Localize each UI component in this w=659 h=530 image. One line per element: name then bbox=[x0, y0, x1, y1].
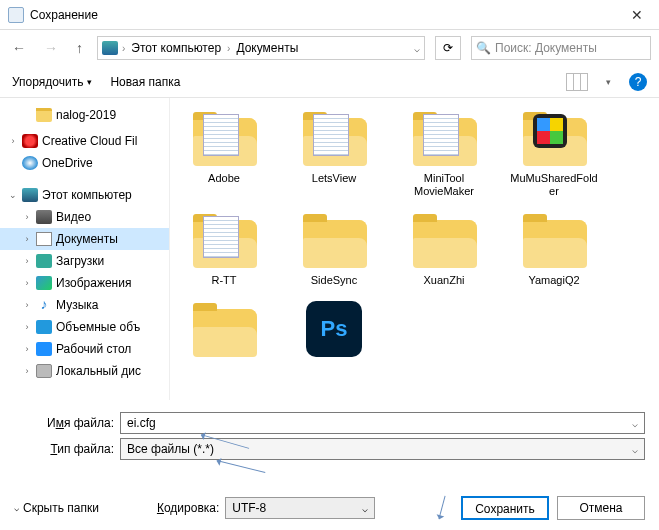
window-title: Сохранение bbox=[30, 8, 623, 22]
save-button[interactable]: Сохранить bbox=[461, 496, 549, 520]
tree-item[interactable]: ›Локальный дис bbox=[0, 360, 169, 382]
file-item[interactable]: XuanZhi bbox=[398, 212, 490, 287]
nav-row: ← → ↑ › Этот компьютер › Документы ⌵ ⟳ 🔍… bbox=[0, 30, 659, 66]
chevron-down-icon[interactable]: ⌵ bbox=[632, 418, 638, 429]
tree-item[interactable]: nalog-2019 bbox=[0, 104, 169, 126]
search-input[interactable]: 🔍 Поиск: Документы bbox=[471, 36, 651, 60]
breadcrumb-item[interactable]: Документы bbox=[234, 39, 300, 57]
folder-tree[interactable]: nalog-2019›Creative Cloud FilOneDrive⌄Эт… bbox=[0, 98, 170, 400]
chevron-right-icon: › bbox=[122, 43, 125, 54]
folder-icon bbox=[189, 301, 259, 357]
chevron-down-icon[interactable]: ⌄ bbox=[8, 190, 18, 200]
close-button[interactable]: ✕ bbox=[623, 5, 651, 25]
disk-icon bbox=[36, 364, 52, 378]
tree-item[interactable]: ›Рабочий стол bbox=[0, 338, 169, 360]
file-item[interactable]: Adobe bbox=[178, 110, 270, 198]
folder-icon bbox=[299, 110, 369, 166]
file-item[interactable]: MiniTool MovieMaker bbox=[398, 110, 490, 198]
file-item[interactable]: R-TT bbox=[178, 212, 270, 287]
filename-label: Имя файла: bbox=[14, 416, 114, 430]
encoding-select[interactable]: UTF-8 ⌵ bbox=[225, 497, 375, 519]
chevron-right-icon[interactable]: › bbox=[22, 344, 32, 354]
filetype-select[interactable]: Все файлы (*.*) ⌵ bbox=[120, 438, 645, 460]
3d-icon bbox=[36, 320, 52, 334]
tree-item[interactable]: ›♪Музыка bbox=[0, 294, 169, 316]
forward-button[interactable]: → bbox=[40, 36, 62, 60]
file-item[interactable]: LetsView bbox=[288, 110, 380, 198]
tree-item-label: Музыка bbox=[56, 298, 98, 312]
file-item[interactable] bbox=[178, 301, 270, 363]
help-button[interactable]: ? bbox=[629, 73, 647, 91]
tree-item-label: nalog-2019 bbox=[56, 108, 116, 122]
file-item[interactable]: SideSync bbox=[288, 212, 380, 287]
file-name: LetsView bbox=[288, 172, 380, 185]
tree-item[interactable]: ›Объемные объ bbox=[0, 316, 169, 338]
tree-item-label: Creative Cloud Fil bbox=[42, 134, 137, 148]
file-list[interactable]: AdobeLetsViewMiniTool MovieMakerMuMuShar… bbox=[170, 98, 659, 400]
tree-item[interactable]: ›Документы bbox=[0, 228, 169, 250]
cancel-button[interactable]: Отмена bbox=[557, 496, 645, 520]
cc-icon bbox=[22, 134, 38, 148]
tree-item[interactable]: ›Creative Cloud Fil bbox=[0, 130, 169, 152]
chevron-right-icon[interactable]: › bbox=[22, 234, 32, 244]
breadcrumb-item[interactable]: Этот компьютер bbox=[129, 39, 223, 57]
tree-item-label: Видео bbox=[56, 210, 91, 224]
tree-item-label: Рабочий стол bbox=[56, 342, 131, 356]
od-icon bbox=[22, 156, 38, 170]
folder-icon bbox=[189, 212, 259, 268]
tree-item-label: Документы bbox=[56, 232, 118, 246]
folder-icon bbox=[36, 108, 52, 122]
chevron-right-icon[interactable]: › bbox=[22, 212, 32, 222]
chevron-right-icon[interactable]: › bbox=[22, 278, 32, 288]
chevron-right-icon[interactable]: › bbox=[8, 136, 18, 146]
organize-menu[interactable]: Упорядочить ▾ bbox=[12, 75, 92, 89]
tree-item-label: Изображения bbox=[56, 276, 131, 290]
back-button[interactable]: ← bbox=[8, 36, 30, 60]
file-name: XuanZhi bbox=[398, 274, 490, 287]
file-name: R-TT bbox=[178, 274, 270, 287]
chevron-down-icon[interactable]: ⌵ bbox=[414, 43, 420, 54]
chevron-right-icon[interactable]: › bbox=[22, 366, 32, 376]
filename-value: ei.cfg bbox=[127, 416, 156, 430]
dl-icon bbox=[36, 254, 52, 268]
chevron-right-icon[interactable]: › bbox=[22, 300, 32, 310]
save-form: Имя файла: ei.cfg ⌵ Тип файла: Все файлы… bbox=[0, 400, 659, 460]
file-item[interactable]: MuMuSharedFolder bbox=[508, 110, 600, 198]
pc-icon bbox=[102, 41, 118, 55]
address-bar[interactable]: › Этот компьютер › Документы ⌵ bbox=[97, 36, 425, 60]
refresh-button[interactable]: ⟳ bbox=[435, 36, 461, 60]
hide-folders-button[interactable]: ⌵ Скрыть папки bbox=[14, 501, 99, 515]
folder-icon bbox=[409, 110, 479, 166]
tree-item[interactable]: ⌄Этот компьютер bbox=[0, 184, 169, 206]
tree-item-label: Объемные объ bbox=[56, 320, 140, 334]
chevron-down-icon: ⌵ bbox=[14, 503, 19, 513]
file-item[interactable]: Ps bbox=[288, 301, 380, 363]
mus-icon: ♪ bbox=[36, 298, 52, 312]
desk-icon bbox=[36, 342, 52, 356]
encoding-label: Кодировка: bbox=[157, 501, 219, 515]
file-item[interactable]: YamagiQ2 bbox=[508, 212, 600, 287]
up-button[interactable]: ↑ bbox=[72, 36, 87, 60]
tree-item[interactable]: ›Видео bbox=[0, 206, 169, 228]
filename-input[interactable]: ei.cfg ⌵ bbox=[120, 412, 645, 434]
file-name: YamagiQ2 bbox=[508, 274, 600, 287]
file-name: MiniTool MovieMaker bbox=[398, 172, 490, 198]
tree-item[interactable]: OneDrive bbox=[0, 152, 169, 174]
chevron-down-icon[interactable]: ▾ bbox=[606, 77, 611, 87]
chevron-right-icon[interactable]: › bbox=[22, 322, 32, 332]
new-folder-button[interactable]: Новая папка bbox=[110, 75, 180, 89]
bottom-bar: ⌵ Скрыть папки Кодировка: UTF-8 ⌵ Сохран… bbox=[0, 496, 659, 520]
tree-item[interactable]: ›Загрузки bbox=[0, 250, 169, 272]
folder-icon bbox=[409, 212, 479, 268]
folder-icon bbox=[519, 212, 589, 268]
chevron-right-icon[interactable]: › bbox=[22, 256, 32, 266]
chevron-down-icon: ▾ bbox=[87, 77, 92, 87]
chevron-down-icon[interactable]: ⌵ bbox=[632, 444, 638, 455]
view-mode-button[interactable] bbox=[566, 73, 588, 91]
tree-item-label: Этот компьютер bbox=[42, 188, 132, 202]
body: nalog-2019›Creative Cloud FilOneDrive⌄Эт… bbox=[0, 98, 659, 400]
tree-item-label: OneDrive bbox=[42, 156, 93, 170]
tree-item[interactable]: ›Изображения bbox=[0, 272, 169, 294]
vid-icon bbox=[36, 210, 52, 224]
search-icon: 🔍 bbox=[476, 41, 491, 55]
